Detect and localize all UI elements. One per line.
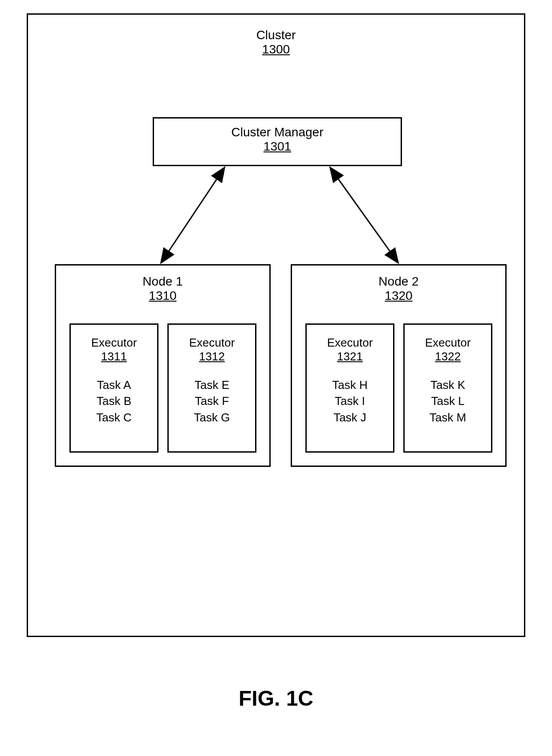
cluster-manager-ref: 1301 [154, 139, 401, 154]
executor-title: Executor [71, 336, 157, 350]
executor-title: Executor [169, 336, 255, 350]
task-item: Task L [405, 393, 491, 409]
svg-line-3 [331, 168, 398, 262]
svg-line-2 [162, 168, 224, 262]
task-item: Task C [71, 409, 157, 425]
task-item: Task B [71, 393, 157, 409]
executor-tasks: Task K Task L Task M [405, 377, 491, 425]
executor-title: Executor [307, 336, 393, 350]
node-2-box: Node 2 1320 Executor 1321 Task H Task I … [291, 264, 507, 467]
executor-ref: 1321 [307, 350, 393, 364]
cluster-container: Cluster 1300 Cluster Manager 1301 Node 1… [27, 13, 525, 637]
task-item: Task M [405, 409, 491, 425]
task-item: Task I [307, 393, 393, 409]
executor-1322-box: Executor 1322 Task K Task L Task M [403, 323, 492, 453]
executor-tasks: Task E Task F Task G [169, 377, 255, 425]
executor-ref: 1312 [169, 350, 255, 364]
cluster-ref: 1300 [28, 42, 524, 57]
executor-tasks: Task A Task B Task C [71, 377, 157, 425]
task-item: Task A [71, 377, 157, 393]
node-2-title: Node 2 [292, 274, 505, 289]
executor-1321-box: Executor 1321 Task H Task I Task J [305, 323, 394, 453]
node-2-ref: 1320 [292, 289, 505, 303]
task-item: Task K [405, 377, 491, 393]
task-item: Task G [169, 409, 255, 425]
node-1-box: Node 1 1310 Executor 1311 Task A Task B … [55, 264, 271, 467]
executor-tasks: Task H Task I Task J [307, 377, 393, 425]
executor-ref: 1322 [405, 350, 491, 364]
executor-1312-box: Executor 1312 Task E Task F Task G [167, 323, 256, 453]
cluster-manager-title: Cluster Manager [154, 125, 401, 139]
task-item: Task J [307, 409, 393, 425]
executor-ref: 1311 [71, 350, 157, 364]
executor-1311-box: Executor 1311 Task A Task B Task C [69, 323, 158, 453]
cluster-title: Cluster [28, 28, 524, 42]
task-item: Task F [169, 393, 255, 409]
node-1-title: Node 1 [56, 274, 269, 289]
task-item: Task E [169, 377, 255, 393]
executor-title: Executor [405, 336, 491, 350]
task-item: Task H [307, 377, 393, 393]
node-1-ref: 1310 [56, 289, 269, 303]
cluster-manager-box: Cluster Manager 1301 [153, 117, 402, 166]
figure-label: FIG. 1C [0, 686, 552, 711]
